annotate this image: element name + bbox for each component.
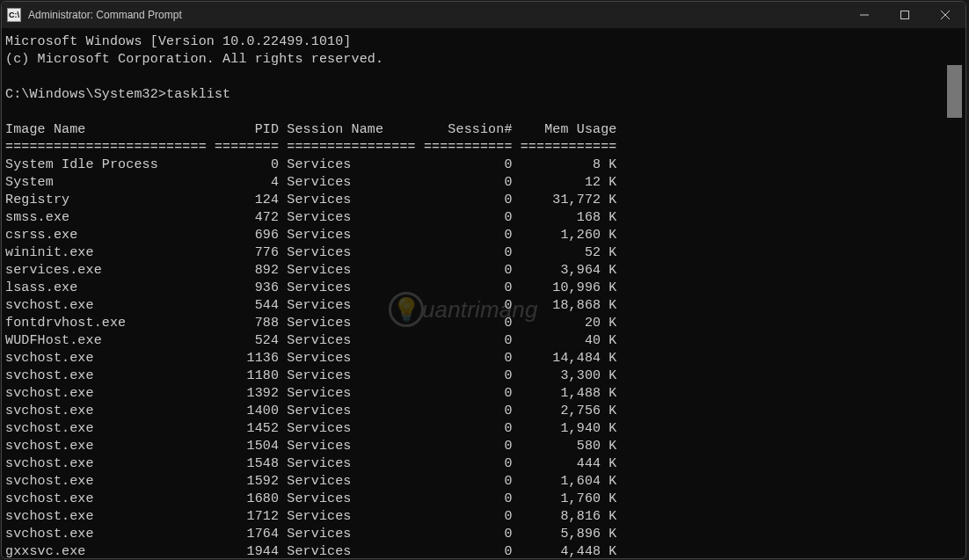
minimize-button[interactable] — [844, 2, 885, 28]
maximize-icon — [900, 11, 909, 19]
titlebar-left: C:\ Administrator: Command Prompt — [7, 8, 182, 22]
tasklist-header: Image Name PID Session Name Session# Mem… — [5, 121, 962, 139]
window-title: Administrator: Command Prompt — [28, 9, 182, 21]
blank-line — [5, 104, 962, 121]
table-row: svchost.exe 1400 Services 0 2,756 K — [5, 403, 962, 420]
version-line: Microsoft Windows [Version 10.0.22499.10… — [5, 33, 962, 51]
close-button[interactable] — [925, 2, 965, 28]
maximize-button[interactable] — [885, 2, 925, 28]
prompt-line: C:\Windows\System32>tasklist — [5, 86, 962, 104]
table-row: svchost.exe 1504 Services 0 580 K — [5, 438, 962, 455]
prompt-path: C:\Windows\System32> — [5, 87, 166, 102]
table-row: services.exe 892 Services 0 3,964 K — [5, 262, 962, 280]
table-row: Registry 124 Services 0 31,772 K — [5, 192, 962, 209]
scrollbar-thumb[interactable] — [947, 65, 962, 118]
table-row: svchost.exe 1392 Services 0 1,488 K — [5, 385, 962, 403]
tasklist-separator: ========================= ======== =====… — [5, 139, 962, 156]
table-row: svchost.exe 1548 Services 0 444 K — [5, 455, 962, 473]
table-row: lsass.exe 936 Services 0 10,996 K — [5, 280, 962, 297]
command-prompt-window: C:\ Administrator: Command Prompt Micros… — [1, 1, 966, 559]
tasklist-rows: System Idle Process 0 Services 0 8 KSyst… — [5, 156, 962, 558]
table-row: svchost.exe 1680 Services 0 1,760 K — [5, 491, 962, 508]
table-row: svchost.exe 1136 Services 0 14,484 K — [5, 350, 962, 367]
titlebar[interactable]: C:\ Administrator: Command Prompt — [2, 2, 965, 28]
table-row: System Idle Process 0 Services 0 8 K — [5, 156, 962, 174]
terminal-output[interactable]: Microsoft Windows [Version 10.0.22499.10… — [2, 28, 965, 558]
table-row: svchost.exe 1712 Services 0 8,816 K — [5, 508, 962, 526]
table-row: svchost.exe 1452 Services 0 1,940 K — [5, 420, 962, 438]
close-icon — [941, 11, 950, 19]
window-controls — [844, 2, 965, 28]
table-row: gxxsvc.exe 1944 Services 0 4,448 K — [5, 543, 962, 558]
entered-command: tasklist — [166, 87, 230, 102]
table-row: System 4 Services 0 12 K — [5, 174, 962, 192]
cmd-icon: C:\ — [7, 8, 21, 22]
table-row: svchost.exe 1180 Services 0 3,300 K — [5, 367, 962, 385]
table-row: fontdrvhost.exe 788 Services 0 20 K — [5, 315, 962, 332]
table-row: wininit.exe 776 Services 0 52 K — [5, 244, 962, 262]
table-row: smss.exe 472 Services 0 168 K — [5, 209, 962, 227]
table-row: csrss.exe 696 Services 0 1,260 K — [5, 227, 962, 244]
table-row: svchost.exe 1764 Services 0 5,896 K — [5, 526, 962, 543]
table-row: svchost.exe 1592 Services 0 1,604 K — [5, 473, 962, 491]
blank-line — [5, 69, 962, 86]
minimize-icon — [860, 11, 869, 19]
table-row: svchost.exe 544 Services 0 18,868 K — [5, 297, 962, 315]
copyright-line: (c) Microsoft Corporation. All rights re… — [5, 51, 962, 69]
table-row: WUDFHost.exe 524 Services 0 40 K — [5, 332, 962, 350]
svg-rect-1 — [901, 11, 909, 19]
